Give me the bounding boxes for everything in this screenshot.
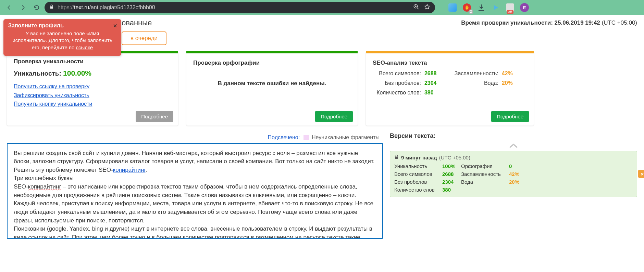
- chevron-up-icon[interactable]: [390, 142, 637, 151]
- zoom-icon[interactable]: [413, 4, 419, 11]
- version-item[interactable]: 9 минут назад (UTC +05:00) Уникальность1…: [390, 151, 637, 197]
- extension-play-icon[interactable]: [491, 2, 501, 13]
- details-button[interactable]: Подробнее: [136, 111, 173, 122]
- get-check-link[interactable]: Получить ссылку на проверку: [14, 82, 171, 91]
- get-button-link[interactable]: Получить кнопку уникальности: [14, 100, 171, 108]
- seo-panel: SEO-анализ текста Всего символов:2688 За…: [366, 51, 534, 126]
- versions-title: Версии текста:: [390, 132, 637, 140]
- panel-accent: [366, 51, 534, 53]
- legend-swatch: [304, 135, 309, 140]
- spellcheck-panel: Проверка орфографии В данном тексте ошиб…: [186, 51, 358, 126]
- highlight-legend: Подсвечено: Неуникальные фрагменты: [7, 132, 383, 143]
- queue-button[interactable]: в очереди: [122, 31, 166, 45]
- spellcheck-message: В данном тексте ошибки не найдены.: [193, 80, 351, 87]
- check-time: Время проверки уникальности: 25.06.2019 …: [461, 20, 637, 26]
- seo-stats: Всего символов:2688 Заспамленность:42% Б…: [373, 70, 527, 96]
- partial-tab-text: ованные: [122, 18, 152, 27]
- uniqueness-value: Уникальность: 100.00%: [14, 69, 171, 77]
- notification-title: Заполните профиль: [8, 23, 116, 29]
- extension-savefrom-icon[interactable]: off: [505, 2, 515, 13]
- star-icon[interactable]: [424, 4, 430, 11]
- details-button[interactable]: Подробнее: [491, 111, 529, 122]
- extension-adblock-icon[interactable]: ✋2: [462, 2, 472, 13]
- notification-link[interactable]: ссылке: [76, 44, 93, 50]
- back-button[interactable]: [3, 2, 15, 13]
- profile-notification: Заполните профиль × У вас не заполнено п…: [3, 19, 121, 56]
- panel-title: Проверка уникальности: [14, 58, 171, 65]
- uniqueness-panel: Проверка уникальности Уникальность: 100.…: [7, 51, 178, 126]
- panel-title: Проверка орфографии: [193, 60, 351, 66]
- details-button[interactable]: Подробнее: [315, 111, 353, 122]
- fix-uniqueness-link[interactable]: Зафиксировать уникальность: [14, 91, 171, 100]
- url-bar[interactable]: https://text.ru/antiplagiat/5d1232cfbbb0…: [45, 2, 435, 13]
- extension-download-icon[interactable]: [476, 2, 486, 13]
- close-icon[interactable]: ×: [113, 22, 117, 30]
- browser-toolbar: https://text.ru/antiplagiat/5d1232cfbbb0…: [0, 0, 644, 15]
- lock-icon: [394, 155, 399, 160]
- reload-button[interactable]: [31, 2, 42, 13]
- lock-icon: [49, 4, 54, 11]
- extension-colibri-icon[interactable]: [447, 2, 458, 13]
- text-editor[interactable]: Вы решили создать свой сайт и купили дом…: [7, 143, 383, 239]
- forward-button[interactable]: [17, 2, 29, 13]
- url-text: https://text.ru/antiplagiat/5d1232cfbbb0…: [58, 4, 155, 11]
- panel-accent: [186, 51, 358, 53]
- extensions: ✋2 off E: [447, 2, 530, 13]
- notification-body: У вас не заполнено поле «Имя исполнителя…: [8, 30, 116, 51]
- close-icon[interactable]: ×: [638, 170, 644, 178]
- panel-title: SEO-анализ текста: [373, 60, 527, 66]
- profile-avatar[interactable]: E: [519, 2, 530, 13]
- extension-badge: 2: [469, 10, 473, 14]
- panel-links: Получить ссылку на проверку Зафиксироват…: [14, 82, 171, 108]
